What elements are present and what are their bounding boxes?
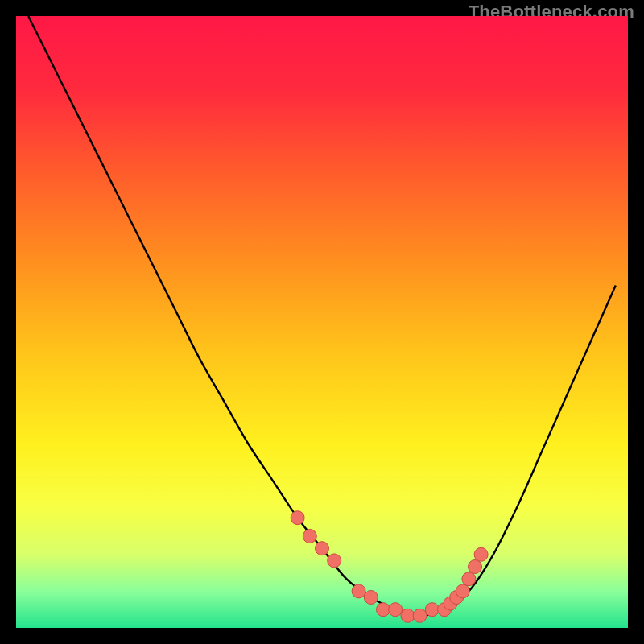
highlight-dot (328, 554, 341, 568)
bottleneck-chart (16, 16, 628, 628)
highlight-dot (377, 603, 390, 617)
highlight-dot (456, 584, 469, 598)
highlight-dot (352, 584, 365, 598)
highlight-dot (389, 603, 402, 617)
highlight-dot (474, 547, 488, 561)
highlight-dot (291, 511, 304, 525)
highlight-dot (413, 609, 427, 622)
gradient-background (16, 16, 628, 628)
highlight-dot (316, 542, 329, 555)
highlight-dot (462, 572, 476, 586)
highlight-dot (469, 560, 482, 574)
highlight-dot (303, 530, 316, 543)
chart-frame (16, 16, 628, 628)
highlight-dot (364, 591, 378, 605)
highlight-dot (401, 609, 415, 622)
highlight-dot (425, 603, 439, 617)
